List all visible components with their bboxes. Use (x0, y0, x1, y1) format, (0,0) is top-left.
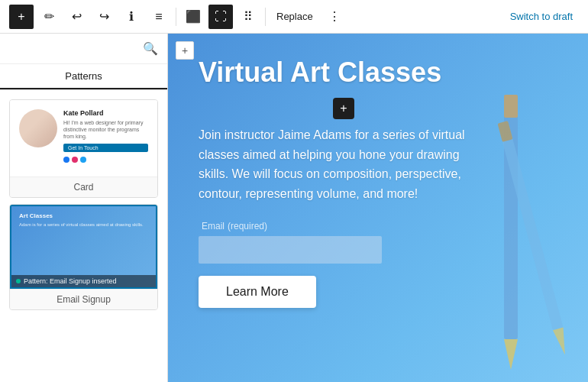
tab-patterns[interactable]: Patterns (0, 64, 167, 89)
switch-to-draft-button[interactable]: Switch to draft (504, 8, 579, 25)
page-title: Virtual Art Classes (199, 57, 489, 89)
canvas: + Virtual Art Classes + Join instructor … (168, 34, 588, 382)
pattern-card-email-signup[interactable]: Art Classes Adam is for a series of virt… (9, 204, 158, 310)
toolbar-divider-1 (176, 8, 176, 26)
badge-text: Pattern: Email Signup inserted (24, 277, 117, 285)
svg-rect-2 (504, 95, 518, 118)
email-input[interactable] (199, 236, 382, 264)
list-view-button[interactable]: ≡ (147, 5, 171, 29)
toolbar-left-actions: + ✏ ↩ ↪ ℹ ≡ ⬛ ⛶ ⠿ Replace ⋮ (9, 5, 347, 29)
undo-button[interactable]: ↩ (64, 5, 89, 29)
toolbar-right-actions: Switch to draft (504, 8, 579, 25)
person-desc: Hi! I'm a web designer for primary disti… (63, 119, 148, 140)
add-block-inline-button[interactable]: + (333, 98, 354, 119)
email-preview-content: Art Classes Adam is for a series of virt… (11, 206, 156, 234)
pen-button[interactable]: ✏ (37, 5, 61, 29)
svg-marker-4 (553, 328, 565, 356)
sidebar-content: Kate Pollard Hi! I'm a web designer for … (0, 90, 167, 382)
pattern-card-card[interactable]: Kate Pollard Hi! I'm a web designer for … (9, 99, 158, 198)
card-cta-button: Get In Touch (63, 144, 148, 152)
card-info: Kate Pollard Hi! I'm a web designer for … (63, 109, 148, 163)
sidebar: 🔍 Patterns Kate Pollard Hi! I'm a web de… (0, 34, 168, 382)
card-pattern-preview: Kate Pollard Hi! I'm a web designer for … (10, 100, 157, 176)
pencil-decoration (473, 79, 565, 382)
email-preview-title: Art Classes (19, 212, 148, 219)
canvas-add-block-button[interactable]: + (176, 41, 194, 60)
person-name: Kate Pollard (63, 109, 148, 117)
learn-more-button[interactable]: Learn More (199, 276, 316, 308)
sidebar-tabs: Patterns (0, 64, 167, 90)
card-pattern-label: Card (10, 176, 157, 197)
twitter-icon (80, 157, 86, 163)
email-pattern-label: Email Signup (10, 289, 157, 309)
facebook-icon (63, 157, 69, 163)
toolbar-divider-2 (265, 8, 266, 26)
replace-button[interactable]: Replace (270, 8, 319, 25)
main-area: 🔍 Patterns Kate Pollard Hi! I'm a web de… (0, 34, 588, 382)
search-icon[interactable]: 🔍 (143, 41, 158, 56)
svg-marker-1 (504, 339, 518, 370)
badge-status-dot (16, 279, 21, 283)
sidebar-search-bar: 🔍 (0, 34, 167, 64)
info-button[interactable]: ℹ (119, 5, 144, 29)
redo-button[interactable]: ↪ (92, 5, 116, 29)
grid-button[interactable]: ⠿ (236, 5, 260, 29)
email-pattern-preview: Art Classes Adam is for a series of virt… (10, 205, 157, 289)
content-block: Virtual Art Classes + Join instructor Ja… (199, 57, 489, 308)
card-preview-top: Kate Pollard Hi! I'm a web designer for … (19, 109, 148, 163)
fullscreen-button[interactable]: ⛶ (208, 5, 233, 29)
toolbar: + ✏ ↩ ↪ ℹ ≡ ⬛ ⛶ ⠿ Replace ⋮ Switch to dr… (0, 0, 588, 34)
add-block-button[interactable]: + (9, 5, 34, 29)
email-preview-text: Adam is for a series of virtual classes … (19, 222, 148, 228)
more-options-button[interactable]: ⋮ (322, 5, 347, 29)
social-links (63, 157, 148, 163)
email-field-label: Email(required) (199, 219, 489, 231)
block-view-button[interactable]: ⬛ (181, 5, 205, 29)
page-description: Join instructor Jaime Adams for a series… (199, 125, 489, 203)
instagram-icon (72, 157, 78, 163)
avatar (19, 109, 57, 147)
email-pattern-badge: Pattern: Email Signup inserted (11, 275, 156, 287)
avatar-image (19, 109, 57, 147)
